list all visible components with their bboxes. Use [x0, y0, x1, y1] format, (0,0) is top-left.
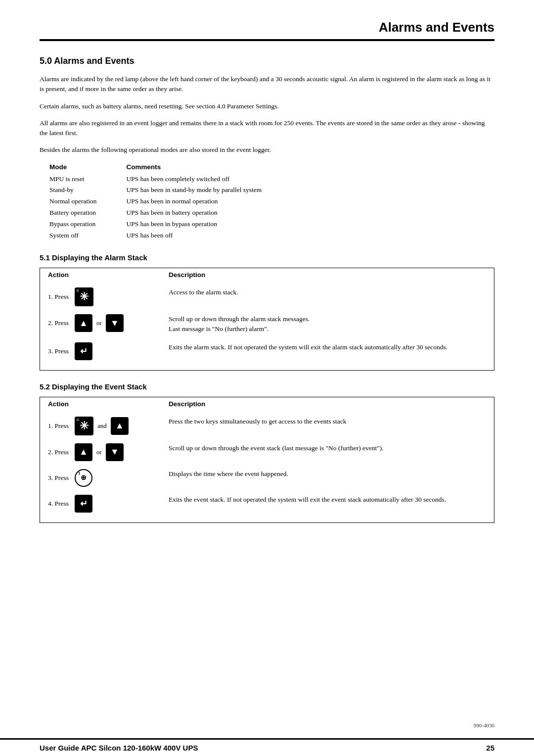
mode-row-0: MPU is reset [49, 174, 97, 185]
star-superscript: 0 [77, 288, 79, 293]
mode-row-2: Normal operation [49, 196, 97, 207]
event-action-row-3: 3. Press 1 ⊕ Displays the time where the… [40, 465, 494, 491]
event-desc-2: Scroll up or down through the event stac… [169, 443, 494, 453]
and-label: and [97, 422, 107, 430]
action-header-label: Action [40, 271, 169, 279]
step-number-3: 3. Press [48, 347, 69, 355]
comment-row-5: UPS has been off [127, 230, 262, 241]
para-2: Certain alarms, such as battery alarms, … [40, 101, 494, 111]
comment-row-2: UPS has been in normal operation [127, 196, 262, 207]
footer-page-number: 25 [486, 744, 494, 752]
page-header: Alarms and Events [0, 0, 534, 41]
step-number-1: 1. Press [48, 293, 69, 301]
description-header-label: Description [169, 271, 494, 279]
down-key-icon: ▼ [106, 314, 124, 332]
alarm-desc-2: Scroll up or down through the alarm stac… [169, 314, 494, 334]
para-1: Alarms are indicated by the red lamp (ab… [40, 74, 494, 94]
event-star-key-icon: 0 ✳ [75, 417, 93, 435]
clock-key-icon: 1 ⊕ [75, 469, 92, 487]
alarm-table-header: Action Description [40, 268, 494, 282]
section-5-1-title: 5.1 Displaying the Alarm Stack [40, 253, 494, 262]
event-up-key-icon: ▲ [111, 417, 129, 435]
mode-table: Mode MPU is reset Stand-by Normal operat… [49, 163, 494, 242]
event-desc-1: Press the two keys simultaneously to get… [169, 417, 494, 426]
event-description-header-label: Description [169, 400, 494, 408]
event-star-superscript: 0 [77, 418, 79, 422]
mode-row-4: Bypass operation [49, 219, 97, 230]
up-key-icon: ▲ [75, 314, 92, 332]
mode-row-3: Battery operation [49, 207, 97, 219]
event-down-key-icon: ▼ [106, 443, 124, 461]
event-action-row-4: 4. Press ↵ Exits the event stack. If not… [40, 491, 494, 517]
event-action-cell-1: 1. Press 0 ✳ and ▲ [40, 417, 169, 435]
alarm-action-row-1: 1. Press 0 ✳ Access to the alarm stack. [40, 284, 494, 310]
event-action-cell-2: 2. Press ▲ or ▼ [40, 443, 169, 461]
event-step-2: 2. Press [48, 448, 69, 456]
event-desc-4: Exits the event stack. If not operated t… [169, 495, 494, 505]
event-action-row-1: 1. Press 0 ✳ and ▲ Press the two keys si… [40, 413, 494, 439]
event-desc-3: Displays the time where the event happen… [169, 469, 494, 479]
event-table-body: 1. Press 0 ✳ and ▲ Press the two keys si… [40, 411, 494, 522]
event-step-4: 4. Press [48, 500, 69, 508]
event-action-row-2: 2. Press ▲ or ▼ Scroll up or down throug… [40, 439, 494, 465]
event-action-header-label: Action [40, 400, 169, 408]
para-4: Besides the alarms the following operati… [40, 145, 494, 155]
comment-row-3: UPS has been in battery operation [127, 207, 262, 219]
event-step-3: 3. Press [48, 474, 69, 482]
alarm-stack-table: Action Description 1. Press 0 ✳ Access t… [40, 268, 494, 371]
page: Alarms and Events 5.0 Alarms and Events … [0, 0, 534, 756]
comment-row-4: UPS has been in bypass operation [127, 219, 262, 230]
footer-title: User Guide APC Silcon 120-160kW 400V UPS [40, 744, 198, 752]
mode-row-1: Stand-by [49, 185, 97, 196]
event-stack-table: Action Description 1. Press 0 ✳ and ▲ [40, 397, 494, 523]
para-3: All alarms are also registered in an eve… [40, 118, 494, 139]
alarm-action-row-3: 3. Press ↵ Exits the alarm stack. If not… [40, 338, 494, 364]
chapter-title: Alarms and Events [40, 20, 494, 41]
alarm-desc-3: Exits the alarm stack. If not operated t… [169, 342, 494, 352]
event-enter-key-icon: ↵ [75, 495, 92, 513]
or-label: or [96, 319, 102, 327]
comments-header: Comments [127, 163, 262, 171]
step-number-2: 2. Press [48, 319, 69, 327]
comment-row-0: UPS has been completely switched off [127, 174, 262, 185]
page-footer: User Guide APC Silcon 120-160kW 400V UPS… [0, 738, 534, 756]
enter-key-icon: ↵ [75, 342, 92, 360]
event-action-cell-3: 3. Press 1 ⊕ [40, 469, 169, 487]
event-action-cell-4: 4. Press ↵ [40, 495, 169, 513]
star-key-icon: 0 ✳ [75, 287, 93, 306]
alarm-action-cell-1: 1. Press 0 ✳ [40, 287, 169, 306]
mode-column: Mode MPU is reset Stand-by Normal operat… [49, 163, 97, 242]
alarm-action-cell-2: 2. Press ▲ or ▼ [40, 314, 169, 332]
alarm-action-cell-3: 3. Press ↵ [40, 342, 169, 360]
alarm-action-row-2: 2. Press ▲ or ▼ Scroll up or down throug… [40, 310, 494, 338]
alarm-desc-1: Access to the alarm stack. [169, 287, 494, 297]
content: 5.0 Alarms and Events Alarms are indicat… [0, 56, 534, 523]
mode-row-5: System off [49, 230, 97, 241]
event-table-header: Action Description [40, 397, 494, 411]
section-5-0-title: 5.0 Alarms and Events [40, 56, 494, 66]
comment-row-1: UPS has been in stand-by mode by paralle… [127, 185, 262, 196]
comments-column: Comments UPS has been completely switche… [127, 163, 262, 242]
doc-number: 990-4036 [474, 722, 494, 728]
mode-header: Mode [49, 163, 97, 171]
event-up2-key-icon: ▲ [75, 443, 92, 461]
alarm-table-body: 1. Press 0 ✳ Access to the alarm stack. … [40, 282, 494, 370]
event-step-1: 1. Press [48, 422, 69, 430]
section-5-2-title: 5.2 Displaying the Event Stack [40, 382, 494, 391]
event-or-label: or [96, 448, 102, 456]
